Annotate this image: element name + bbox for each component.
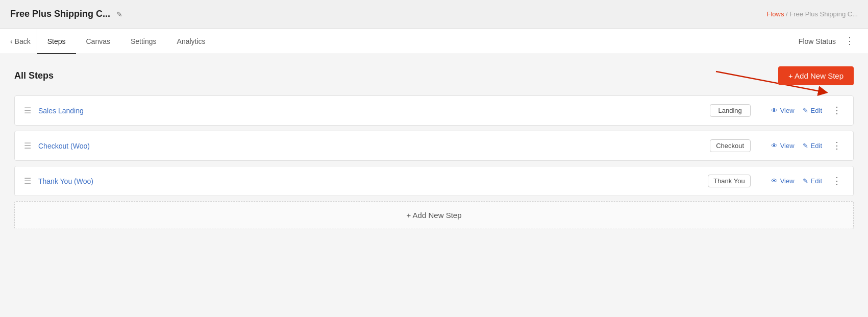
eye-icon: 👁 — [771, 107, 778, 114]
step-actions: 👁 View ✎ Edit ⋮ — [771, 140, 844, 151]
step-row: ☰ Sales Landing Landing 👁 View ✎ Edit ⋮ — [14, 95, 854, 126]
back-button[interactable]: ‹ Back — [10, 29, 37, 54]
back-label: ‹ Back — [10, 37, 31, 45]
pencil-icon: ✎ — [803, 107, 808, 114]
step-badge-checkout: Checkout — [710, 139, 751, 152]
edit-button-sales-landing[interactable]: ✎ Edit — [803, 107, 822, 114]
drag-handle-icon[interactable]: ☰ — [24, 176, 31, 186]
flow-status-label: Flow Status — [799, 37, 836, 45]
top-bar-left: Free Plus Shipping C... ✎ — [10, 8, 125, 20]
tab-steps[interactable]: Steps — [37, 29, 76, 54]
edit-label: Edit — [811, 107, 822, 114]
more-button-thankyou[interactable]: ⋮ — [830, 176, 844, 186]
tab-canvas[interactable]: Canvas — [76, 29, 120, 54]
breadcrumb-current: Free Plus Shipping C... — [789, 10, 858, 18]
breadcrumb: Flows / Free Plus Shipping C... — [767, 10, 858, 18]
edit-label: Edit — [811, 177, 822, 185]
view-button-checkout[interactable]: 👁 View — [771, 142, 795, 150]
view-button-sales-landing[interactable]: 👁 View — [771, 107, 795, 114]
nav-more-icon: ⋮ — [845, 36, 855, 46]
more-icon: ⋮ — [832, 176, 842, 186]
tab-canvas-label: Canvas — [86, 37, 110, 45]
more-icon: ⋮ — [832, 140, 842, 151]
step-badge-landing: Landing — [710, 104, 751, 117]
add-new-step-button[interactable]: + Add New Step — [778, 66, 854, 85]
nav-tabs-left: ‹ Back Steps Canvas Settings Analytics — [10, 29, 216, 54]
main-content: All Steps + Add New Step ☰ Sales Landing… — [0, 54, 868, 317]
eye-icon: 👁 — [771, 142, 778, 150]
breadcrumb-flows-link[interactable]: Flows — [767, 10, 784, 18]
edit-button-thankyou[interactable]: ✎ Edit — [803, 177, 822, 185]
pencil-icon: ✎ — [803, 177, 808, 185]
add-new-step-bottom[interactable]: + Add New Step — [14, 201, 854, 229]
top-bar: Free Plus Shipping C... ✎ Flows / Free P… — [0, 0, 868, 29]
edit-button-checkout[interactable]: ✎ Edit — [803, 142, 822, 150]
steps-header: All Steps + Add New Step — [14, 66, 854, 85]
edit-title-button[interactable]: ✎ — [114, 8, 125, 20]
more-button-checkout[interactable]: ⋮ — [830, 140, 844, 151]
view-label: View — [780, 107, 795, 114]
step-name-thankyou[interactable]: Thank You (Woo) — [38, 177, 708, 185]
step-actions: 👁 View ✎ Edit ⋮ — [771, 105, 844, 116]
step-name-sales-landing[interactable]: Sales Landing — [38, 107, 710, 115]
eye-icon: 👁 — [771, 177, 778, 185]
tab-analytics[interactable]: Analytics — [167, 29, 216, 54]
tab-analytics-label: Analytics — [177, 37, 206, 45]
step-actions: 👁 View ✎ Edit ⋮ — [771, 176, 844, 186]
more-button-sales-landing[interactable]: ⋮ — [830, 105, 844, 116]
add-new-step-bottom-label: + Add New Step — [407, 211, 462, 220]
pencil-icon: ✎ — [803, 142, 808, 150]
tab-settings-label: Settings — [131, 37, 157, 45]
step-badge-thankyou: Thank You — [708, 175, 750, 187]
all-steps-title: All Steps — [14, 70, 54, 81]
tab-settings[interactable]: Settings — [120, 29, 167, 54]
view-button-thankyou[interactable]: 👁 View — [771, 177, 795, 185]
edit-label: Edit — [811, 142, 822, 150]
view-label: View — [780, 142, 795, 150]
nav-tabs: ‹ Back Steps Canvas Settings Analytics F… — [0, 29, 868, 54]
view-label: View — [780, 177, 795, 185]
step-row: ☰ Thank You (Woo) Thank You 👁 View ✎ Edi… — [14, 166, 854, 196]
page-title: Free Plus Shipping C... — [10, 9, 110, 19]
drag-handle-icon[interactable]: ☰ — [24, 141, 31, 151]
step-row: ☰ Checkout (Woo) Checkout 👁 View ✎ Edit … — [14, 131, 854, 161]
nav-more-button[interactable]: ⋮ — [842, 34, 858, 48]
steps-list: ☰ Sales Landing Landing 👁 View ✎ Edit ⋮ … — [14, 95, 854, 196]
nav-tabs-right: Flow Status ⋮ — [799, 34, 858, 48]
tab-steps-label: Steps — [47, 37, 66, 45]
drag-handle-icon[interactable]: ☰ — [24, 106, 31, 115]
step-name-checkout[interactable]: Checkout (Woo) — [38, 142, 710, 150]
more-icon: ⋮ — [832, 105, 842, 115]
